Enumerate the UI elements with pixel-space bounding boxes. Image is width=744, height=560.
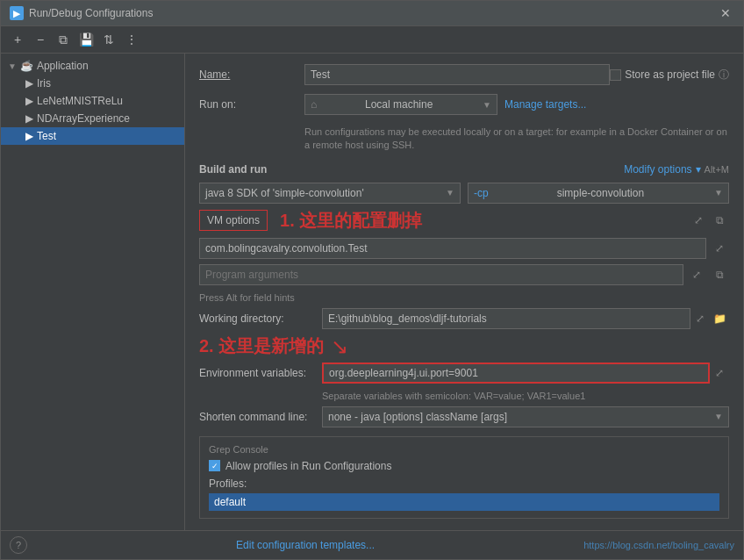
- env-vars-input[interactable]: [322, 363, 710, 384]
- annotation-2-area: 2. 这里是新增的 ↘: [199, 334, 729, 359]
- working-dir-row: Working directory: ⤢ 📁: [199, 308, 729, 329]
- modify-shortcut: Alt+M: [705, 164, 729, 175]
- run-debug-dialog: ▶ Run/Debug Configurations ✕ + − ⧉ 💾 ⇅ ⋮…: [0, 0, 744, 560]
- cp-arrow-icon: ▼: [714, 188, 723, 197]
- copy-config-button[interactable]: ⧉: [54, 30, 73, 49]
- build-run-header: Build and run Modify options ▾ Alt+M: [199, 163, 729, 176]
- grep-title: Grep Console: [209, 444, 719, 455]
- modify-options-button[interactable]: Modify options ▾ Alt+M: [624, 163, 729, 176]
- main-content: ▼ ☕ Application ▶ Iris ▶ LeNetMNISTReLu …: [1, 54, 743, 530]
- save-config-button[interactable]: 💾: [76, 30, 96, 49]
- env-vars-row: Environment variables: ⤢: [199, 363, 729, 384]
- sort-config-button[interactable]: ⇅: [99, 30, 118, 49]
- shorten-label: Shorten command line:: [199, 411, 322, 423]
- working-dir-label: Working directory:: [199, 312, 322, 325]
- chevron-down-icon: ▾: [696, 163, 701, 176]
- shorten-row: Shorten command line: none - java [optio…: [199, 406, 729, 427]
- dialog-icon: ▶: [10, 6, 24, 20]
- cp-prefix: -cp: [474, 187, 489, 199]
- shorten-dropdown[interactable]: none - java [options] className [args] ▼: [322, 406, 729, 427]
- sidebar-item-ndarray[interactable]: ▶ NDArrayExperience: [1, 110, 184, 127]
- vm-expand-icon[interactable]: ⤢: [689, 211, 708, 230]
- expand-arrow-icon: ▼: [8, 61, 17, 71]
- class-name-row: ⤢: [199, 238, 729, 259]
- annotation-2-text: 2. 这里是新增的: [199, 334, 324, 358]
- vm-options-button[interactable]: VM options: [199, 210, 268, 231]
- config-icon-iris: ▶: [25, 77, 33, 90]
- env-separate-text: Separate variables with semicolon: VAR=v…: [199, 389, 729, 406]
- name-label: Name:: [199, 68, 304, 81]
- modify-options-label: Modify options: [624, 163, 691, 176]
- run-on-value: Local machine: [365, 98, 433, 111]
- shorten-arrow-icon: ▼: [714, 412, 723, 421]
- run-on-arrow-icon: ▼: [483, 100, 491, 110]
- hint-text: Press Alt for field hints: [199, 291, 729, 308]
- grep-console-box: Grep Console ✓ Allow profiles in Run Con…: [199, 436, 729, 519]
- toolbar: + − ⧉ 💾 ⇅ ⋮: [1, 26, 743, 54]
- title-bar: ▶ Run/Debug Configurations ✕: [1, 1, 743, 26]
- sidebar-group-label: Application: [37, 60, 89, 72]
- name-input[interactable]: [304, 64, 610, 85]
- shorten-value: none - java [options] className [args]: [328, 411, 507, 423]
- run-on-label: Run on:: [199, 98, 304, 111]
- sdk-arrow-icon: ▼: [446, 188, 454, 197]
- args-window-icon[interactable]: ⧉: [710, 265, 729, 284]
- close-button[interactable]: ✕: [717, 6, 734, 20]
- class-expand-icon[interactable]: ⤢: [710, 239, 729, 258]
- store-checkbox[interactable]: [610, 69, 621, 81]
- profiles-label: Profiles:: [209, 477, 719, 490]
- bottom-bar: ? Edit configuration templates... https:…: [1, 530, 743, 559]
- run-on-row: Run on: ⌂ Local machine ▼ Manage targets…: [199, 94, 729, 115]
- program-args-input[interactable]: [199, 264, 683, 285]
- sidebar-group-application[interactable]: ▼ ☕ Application: [1, 57, 184, 75]
- remove-config-button[interactable]: −: [31, 30, 50, 49]
- store-as-project-area: Store as project file ⓘ: [610, 68, 729, 83]
- help-button[interactable]: ?: [10, 536, 27, 554]
- config-icon-lenet: ▶: [25, 95, 33, 107]
- profile-default-item[interactable]: default: [209, 493, 719, 511]
- add-config-button[interactable]: +: [8, 30, 27, 49]
- args-expand-icon[interactable]: ⤢: [687, 265, 706, 284]
- sidebar-item-iris[interactable]: ▶ Iris: [1, 75, 184, 92]
- sidebar-item-label-test: Test: [37, 130, 56, 142]
- grep-checkbox-row: ✓ Allow profiles in Run Configurations: [209, 460, 719, 472]
- sidebar-item-label-ndarray: NDArrayExperience: [37, 112, 130, 125]
- vm-options-row: VM options 1. 这里的配置删掉 ⤢ ⧉: [199, 209, 729, 233]
- working-dir-input[interactable]: [322, 308, 690, 329]
- home-icon: ⌂: [311, 98, 317, 111]
- sidebar-item-label-iris: Iris: [37, 77, 51, 90]
- cp-value: simple-convolution: [557, 187, 644, 199]
- run-on-dropdown[interactable]: ⌂ Local machine ▼: [304, 94, 497, 115]
- cp-dropdown[interactable]: -cp simple-convolution ▼: [468, 183, 729, 204]
- sidebar: ▼ ☕ Application ▶ Iris ▶ LeNetMNISTReLu …: [1, 54, 185, 530]
- program-args-row: ⤢ ⧉: [199, 264, 729, 285]
- working-dir-expand-icon[interactable]: ⤢: [690, 309, 710, 328]
- class-name-input[interactable]: [199, 238, 706, 259]
- watermark-text: https://blog.csdn.net/boling_cavalry: [583, 540, 734, 550]
- sdk-value: java 8 SDK of 'simple-convolution': [205, 187, 364, 199]
- arrow-icon: ↘: [331, 334, 348, 359]
- store-info-icon: ⓘ: [719, 68, 729, 83]
- title-bar-left: ▶ Run/Debug Configurations: [10, 6, 153, 20]
- more-config-button[interactable]: ⋮: [122, 30, 141, 49]
- sidebar-item-test[interactable]: ▶ Test: [1, 127, 184, 145]
- sidebar-item-lenet[interactable]: ▶ LeNetMNISTReLu: [1, 92, 184, 110]
- grep-checkbox[interactable]: ✓: [209, 460, 220, 471]
- manage-targets-link[interactable]: Manage targets...: [504, 98, 586, 111]
- dialog-title: Run/Debug Configurations: [29, 7, 153, 19]
- run-info-text: Run configurations may be executed local…: [199, 122, 729, 160]
- env-expand-icon[interactable]: ⤢: [710, 363, 729, 383]
- annotation-1-text: 1. 这里的配置删掉: [280, 209, 422, 233]
- config-icon-test: ▶: [25, 130, 33, 142]
- build-run-title: Build and run: [199, 163, 267, 176]
- grep-checkbox-label: Allow profiles in Run Configurations: [225, 460, 391, 472]
- vm-window-icon[interactable]: ⧉: [710, 211, 729, 230]
- sdk-dropdown[interactable]: java 8 SDK of 'simple-convolution' ▼: [199, 183, 461, 204]
- sidebar-item-label-lenet: LeNetMNISTReLu: [37, 95, 123, 107]
- store-label: Store as project file: [625, 68, 715, 81]
- working-dir-folder-icon[interactable]: 📁: [710, 309, 729, 328]
- env-vars-label: Environment variables:: [199, 367, 322, 379]
- right-panel: Name: Store as project file ⓘ Run on: ⌂ …: [185, 54, 743, 530]
- edit-templates-link[interactable]: Edit configuration templates...: [236, 539, 375, 551]
- config-icon-ndarray: ▶: [25, 112, 33, 125]
